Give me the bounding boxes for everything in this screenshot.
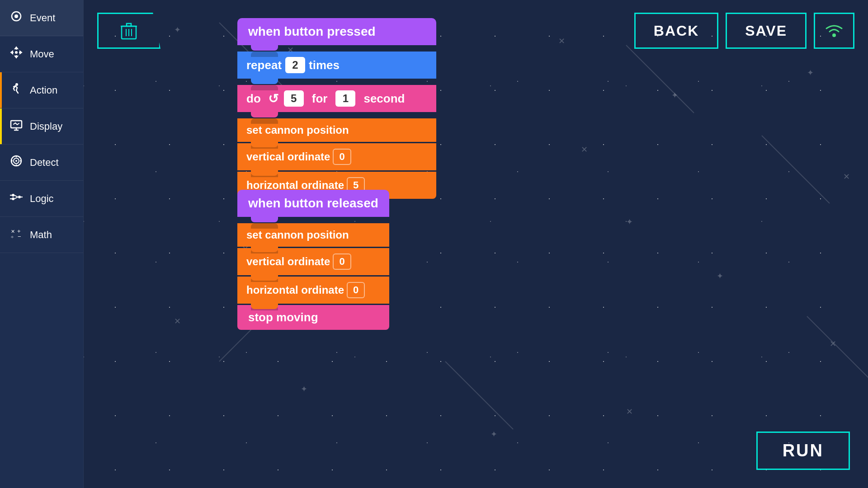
- deco: ✕: [558, 36, 565, 46]
- deco: ✕: [830, 339, 836, 349]
- svg-text:−: −: [18, 233, 21, 239]
- vertical-label: vertical ordinate: [246, 150, 330, 163]
- sidebar-item-move[interactable]: Move: [0, 36, 83, 72]
- set-cannon-label: set cannon position: [246, 124, 349, 136]
- deco: ✕: [626, 407, 633, 417]
- sidebar-item-action[interactable]: Action: [0, 72, 83, 108]
- deco: ✦: [174, 25, 181, 35]
- back-button[interactable]: BACK: [634, 13, 718, 49]
- set-cannon-block[interactable]: set cannon position: [237, 118, 436, 142]
- second-label: second: [363, 92, 405, 106]
- when-button-released-block[interactable]: when button released: [237, 190, 389, 217]
- svg-line-24: [762, 136, 830, 203]
- times-label: times: [309, 58, 340, 72]
- topbar-left: [97, 13, 160, 49]
- vertical-value[interactable]: 0: [333, 149, 351, 165]
- canvas-area: ✦ ✕ ✦ ✕ ✦ ✕ ✦ ✕ ✦ ✕ ✦ ✦ ✕ ✕ ✦ ✦ ✕: [84, 0, 868, 488]
- sidebar-item-detect[interactable]: Detect: [0, 145, 83, 181]
- deco: ✦: [301, 384, 307, 394]
- math-icon: ✕ ÷ + −: [9, 227, 24, 243]
- display-icon: [9, 118, 24, 134]
- repeat-value[interactable]: 2: [285, 57, 305, 73]
- wifi-button[interactable]: [814, 13, 854, 49]
- sidebar-item-label: Logic: [30, 193, 54, 205]
- deco: ✦: [491, 429, 497, 439]
- action-icon: [9, 82, 24, 98]
- detect-icon: [9, 155, 24, 170]
- sidebar-item-event[interactable]: Event: [0, 0, 83, 36]
- svg-rect-1: [14, 14, 18, 18]
- horizontal-label2: horizontal ordinate: [246, 284, 344, 296]
- trash-button[interactable]: [97, 13, 160, 49]
- svg-text:÷: ÷: [11, 234, 14, 239]
- trash-icon: [121, 22, 137, 40]
- sidebar-item-label: Move: [30, 48, 54, 60]
- save-button[interactable]: SAVE: [726, 13, 807, 49]
- deco: ✕: [174, 316, 181, 326]
- topbar-right: BACK SAVE: [634, 13, 854, 49]
- repeat-label: repeat: [246, 58, 282, 72]
- deco: ✕: [581, 145, 588, 155]
- duration-value[interactable]: 1: [335, 90, 355, 107]
- svg-line-27: [807, 316, 868, 384]
- vertical-label2: vertical ordinate: [246, 255, 330, 268]
- sidebar: Event Move Action Display: [0, 0, 84, 488]
- svg-line-23: [626, 45, 694, 113]
- svg-point-12: [12, 194, 14, 197]
- logic-icon: [9, 191, 24, 206]
- sidebar-item-math[interactable]: ✕ ÷ + − Math: [0, 217, 83, 253]
- svg-point-33: [832, 33, 836, 37]
- sidebar-item-label: Action: [30, 84, 57, 96]
- sidebar-item-label: Detect: [30, 157, 59, 169]
- sidebar-item-label: Display: [30, 121, 62, 132]
- vertical-ordinate-block2[interactable]: vertical ordinate 0: [237, 248, 389, 275]
- do-block[interactable]: do ↺ 5 for 1 second: [237, 85, 436, 112]
- deco: ✦: [717, 271, 723, 281]
- stack2: when button released set cannon position…: [237, 190, 389, 330]
- horizontal-ordinate-block2[interactable]: horizontal ordinate 0: [237, 277, 389, 304]
- rotate-icon: ↺: [268, 91, 278, 106]
- event-icon: [9, 10, 24, 26]
- vertical-value2[interactable]: 0: [333, 253, 351, 270]
- svg-point-13: [12, 197, 14, 200]
- topbar: BACK SAVE: [84, 13, 868, 49]
- deco: ✦: [671, 90, 678, 100]
- when-label: when button pressed: [248, 24, 376, 39]
- do-label: do: [246, 92, 261, 106]
- horizontal-value2[interactable]: 0: [347, 282, 365, 298]
- stack1: when button pressed repeat 2 times do ↺ …: [237, 18, 436, 199]
- deco: ✦: [626, 217, 633, 227]
- sidebar-item-display[interactable]: Display: [0, 108, 83, 145]
- set-cannon-block2[interactable]: set cannon position: [237, 223, 389, 247]
- wifi-icon: [823, 19, 845, 42]
- repeat-block[interactable]: repeat 2 times: [237, 52, 436, 79]
- sidebar-item-label: Math: [30, 229, 52, 241]
- deco: ✕: [843, 172, 850, 182]
- stop-label: stop moving: [248, 310, 318, 324]
- vertical-ordinate-block[interactable]: vertical ordinate 0: [237, 143, 436, 170]
- deco: ✦: [807, 68, 814, 78]
- rotate-value[interactable]: 5: [284, 90, 304, 107]
- svg-line-25: [445, 361, 513, 429]
- set-cannon-label2: set cannon position: [246, 229, 349, 241]
- svg-point-7: [15, 160, 17, 162]
- for-label: for: [312, 92, 328, 106]
- when-released-label: when button released: [248, 196, 378, 211]
- sidebar-item-logic[interactable]: Logic: [0, 181, 83, 217]
- svg-point-3: [15, 83, 18, 86]
- bg-lines: [84, 0, 868, 488]
- run-button[interactable]: RUN: [756, 432, 850, 470]
- svg-point-2: [15, 51, 18, 54]
- when-button-pressed-block[interactable]: when button pressed: [237, 18, 436, 45]
- move-icon: [9, 46, 24, 62]
- svg-text:✕: ✕: [11, 229, 15, 234]
- sidebar-item-label: Event: [30, 12, 55, 24]
